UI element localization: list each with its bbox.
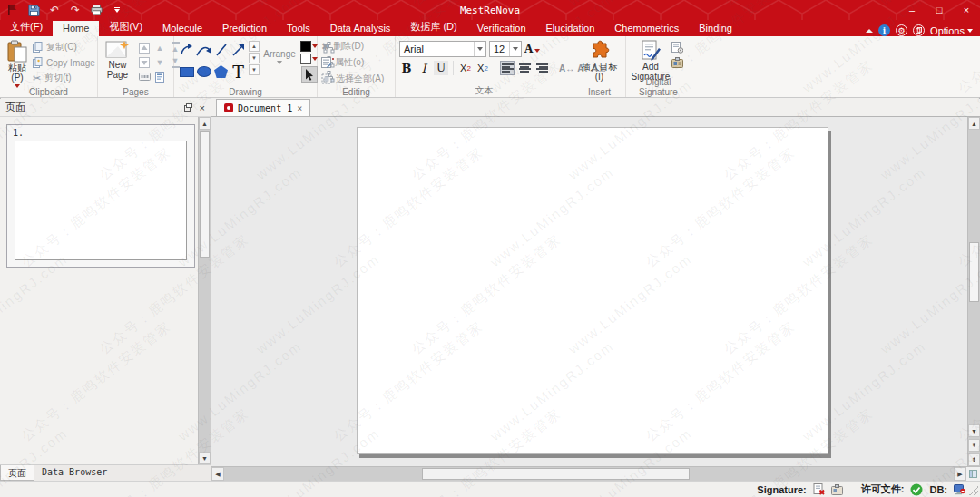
page-thumbnail[interactable] bbox=[15, 141, 187, 260]
subscript-button[interactable]: X2 bbox=[458, 61, 473, 75]
underline-button[interactable]: U bbox=[434, 61, 448, 75]
font-color-button[interactable]: A bbox=[524, 42, 540, 56]
page-down-icon[interactable]: ▼ bbox=[152, 55, 167, 69]
page-report-icon[interactable] bbox=[152, 70, 167, 83]
pages-stack-icon[interactable] bbox=[913, 24, 925, 36]
arrange-button[interactable]: Arrange bbox=[261, 39, 298, 86]
fill-color-button[interactable] bbox=[300, 41, 318, 52]
doc-scroll-thumb[interactable] bbox=[969, 242, 979, 302]
document-horizontal-scrollbar[interactable]: ◀ ▶ bbox=[211, 466, 966, 481]
ellipse-shape-icon[interactable] bbox=[197, 66, 211, 77]
doc-scroll-down-icon[interactable]: ▼ bbox=[968, 424, 980, 437]
tab-database[interactable]: 数据库 (D) bbox=[400, 18, 466, 36]
tab-data-analysis[interactable]: Data Analysis bbox=[320, 21, 401, 36]
collapse-ribbon-icon[interactable] bbox=[866, 29, 873, 33]
float-panel-icon[interactable] bbox=[184, 103, 192, 112]
document-view[interactable]: ▲ ▼ ⇞ ⇟ bbox=[211, 117, 980, 466]
close-button[interactable]: × bbox=[953, 0, 980, 20]
tab-home[interactable]: Home bbox=[53, 21, 99, 36]
signature-id-icon[interactable] bbox=[671, 57, 683, 68]
align-center-button[interactable] bbox=[517, 61, 532, 75]
document-page[interactable] bbox=[357, 127, 828, 454]
document-vertical-scrollbar[interactable]: ▲ ▼ ⇞ ⇟ bbox=[967, 117, 980, 466]
tab-file[interactable]: 文件(F) bbox=[0, 18, 53, 36]
resize-grip[interactable] bbox=[969, 486, 978, 495]
undo-icon[interactable]: ↶ bbox=[47, 3, 62, 17]
copy-button[interactable]: 复制(C) bbox=[33, 40, 95, 54]
license-valid-icon[interactable] bbox=[910, 483, 923, 496]
copy-image-button[interactable]: Copy Image bbox=[33, 55, 95, 70]
selection-cursor-button[interactable] bbox=[301, 66, 318, 83]
rectangle-shape-icon[interactable] bbox=[180, 67, 194, 77]
close-panel-icon[interactable]: × bbox=[200, 102, 205, 113]
document-tab-close-icon[interactable]: × bbox=[297, 103, 302, 113]
gallery-expand-icon[interactable]: ▼ bbox=[249, 64, 260, 75]
app-flag-icon[interactable] bbox=[5, 3, 20, 17]
select-all-button[interactable]: 选择全部(A) bbox=[321, 72, 384, 86]
paste-button[interactable]: 粘贴(P) bbox=[4, 39, 31, 86]
bottom-tab-pages[interactable]: 页面 bbox=[0, 465, 34, 481]
minimize-button[interactable]: – bbox=[898, 0, 926, 20]
text-tool-icon[interactable]: T bbox=[232, 63, 244, 80]
options-menu[interactable]: Options bbox=[930, 25, 973, 36]
redo-icon[interactable]: ↷ bbox=[68, 3, 83, 17]
font-size-select[interactable]: 12 bbox=[489, 41, 522, 57]
line-icon[interactable] bbox=[215, 43, 228, 57]
tab-binding[interactable]: Binding bbox=[689, 21, 742, 36]
document-tab[interactable]: Document 1 × bbox=[216, 99, 310, 116]
tab-elucidation[interactable]: Elucidation bbox=[536, 21, 605, 36]
gallery-down-icon[interactable]: ▼ bbox=[249, 53, 260, 63]
delete-button[interactable]: ✖ 删除(D) bbox=[321, 39, 384, 54]
bottom-tab-data-browser[interactable]: Data Browser bbox=[34, 465, 114, 481]
panel-scroll-up-icon[interactable]: ▲ bbox=[199, 117, 211, 130]
panel-scroll-down-icon[interactable]: ▼ bbox=[199, 452, 211, 464]
doc-hscroll-thumb[interactable] bbox=[422, 468, 690, 480]
doc-scroll-right-icon[interactable]: ▶ bbox=[954, 467, 966, 481]
align-right-button[interactable] bbox=[534, 61, 549, 75]
page-thumbnail-item[interactable]: 1. bbox=[6, 124, 195, 268]
signature-invalid-icon[interactable] bbox=[813, 483, 825, 495]
curved-arrow-icon[interactable] bbox=[180, 43, 194, 57]
panel-vertical-scrollbar[interactable]: ▲ ▼ bbox=[198, 117, 211, 464]
tab-verification[interactable]: Verification bbox=[467, 21, 536, 36]
help-gear-icon[interactable]: ⚙ bbox=[896, 24, 907, 36]
ribbon-empty-space bbox=[691, 36, 980, 97]
bold-button[interactable]: B bbox=[399, 61, 414, 75]
doc-scroll-up-icon[interactable]: ▲ bbox=[968, 117, 980, 130]
signature-badge-icon[interactable] bbox=[831, 484, 843, 495]
db-status-icon[interactable] bbox=[954, 483, 965, 495]
info-icon[interactable]: i bbox=[878, 24, 890, 36]
new-page-button[interactable]: New Page bbox=[102, 39, 133, 86]
arrow-icon[interactable] bbox=[231, 43, 245, 57]
page-number-icon[interactable] bbox=[137, 70, 152, 83]
print-icon[interactable] bbox=[89, 3, 103, 17]
pentagon-shape-icon[interactable] bbox=[214, 65, 228, 78]
customize-quick-access-icon[interactable] bbox=[110, 3, 124, 17]
gallery-up-icon[interactable]: ▲ bbox=[249, 41, 260, 52]
cut-button[interactable]: ✂ 剪切(t) bbox=[33, 71, 95, 85]
insert-target-button[interactable]: 插入目标(I) bbox=[577, 39, 622, 86]
move-page-down-icon[interactable] bbox=[137, 55, 152, 69]
tab-tools[interactable]: Tools bbox=[277, 21, 320, 36]
tab-chemometrics[interactable]: Chemometrics bbox=[604, 21, 689, 36]
doc-scroll-left-icon[interactable]: ◀ bbox=[211, 467, 224, 481]
next-page-icon[interactable]: ⇟ bbox=[968, 453, 980, 466]
align-left-button[interactable] bbox=[500, 61, 514, 75]
superscript-button[interactable]: X2 bbox=[475, 61, 490, 75]
tab-molecule[interactable]: Molecule bbox=[152, 21, 212, 36]
font-family-select[interactable]: Arial bbox=[399, 41, 486, 57]
save-icon[interactable] bbox=[26, 3, 41, 17]
previous-page-icon[interactable]: ⇞ bbox=[968, 439, 980, 452]
signature-settings-icon[interactable] bbox=[671, 42, 683, 54]
italic-button[interactable]: I bbox=[416, 61, 431, 75]
properties-button[interactable]: 属性(o) bbox=[321, 55, 384, 70]
letter-spacing-button[interactable]: A↔ bbox=[559, 63, 574, 73]
tab-view[interactable]: 视图(V) bbox=[99, 18, 152, 36]
move-page-up-icon[interactable] bbox=[137, 41, 152, 54]
tab-prediction[interactable]: Prediction bbox=[212, 21, 277, 36]
page-up-icon[interactable]: ▲ bbox=[152, 41, 167, 54]
line-color-button[interactable] bbox=[300, 54, 318, 64]
panel-scroll-thumb[interactable] bbox=[200, 131, 210, 258]
maximize-button[interactable]: □ bbox=[926, 0, 953, 20]
arc-arrow-icon[interactable] bbox=[196, 43, 212, 57]
